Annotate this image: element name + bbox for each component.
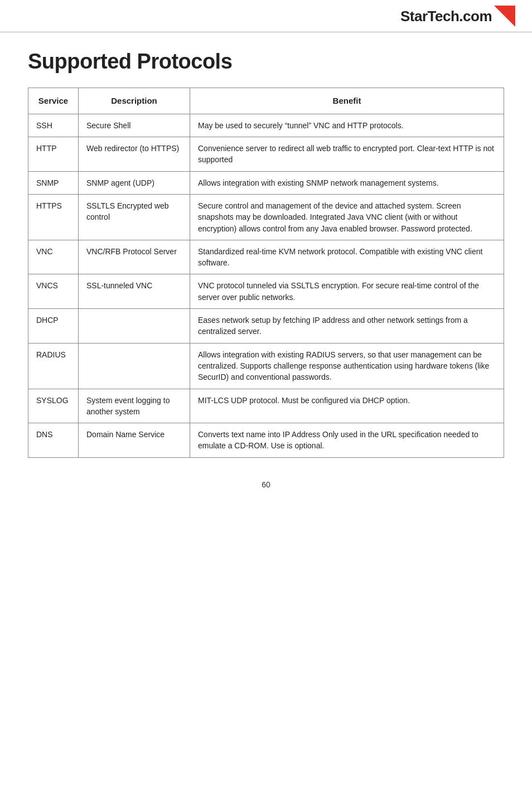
table-row: SSHSecure ShellMay be used to securely “… [28, 114, 504, 137]
cell-description: SNMP agent (UDP) [79, 171, 190, 194]
logo: StarTech.com [400, 6, 515, 27]
cell-description [79, 343, 190, 389]
cell-description: SSLTLS Encrypted web control [79, 194, 190, 240]
cell-benefit: MIT-LCS UDP protocol. Must be configured… [190, 389, 504, 423]
table-row: HTTPWeb redirector (to HTTPS)Convenience… [28, 137, 504, 172]
cell-service: HTTPS [28, 194, 79, 240]
cell-description [79, 309, 190, 344]
table-row: SYSLOGSystem event logging to another sy… [28, 389, 504, 423]
page-title: Supported Protocols [28, 50, 504, 74]
cell-service: SNMP [28, 171, 79, 194]
cell-service: DNS [28, 423, 79, 458]
cell-service: DHCP [28, 309, 79, 344]
cell-benefit: Converts text name into IP Address Only … [190, 423, 504, 458]
logo-text: StarTech.com [400, 8, 492, 25]
table-row: DHCPEases network setup by fetching IP a… [28, 309, 504, 344]
cell-benefit: May be used to securely “tunnel” VNC and… [190, 114, 504, 137]
table-row: HTTPSSSLTLS Encrypted web controlSecure … [28, 194, 504, 240]
table-row: SNMPSNMP agent (UDP)Allows integration w… [28, 171, 504, 194]
cell-benefit: Standardized real-time KVM network proto… [190, 240, 504, 274]
cell-service: RADIUS [28, 343, 79, 389]
cell-service: HTTP [28, 137, 79, 172]
table-row: VNCVNC/RFB Protocol ServerStandardized r… [28, 240, 504, 274]
table-header-row: Service Description Benefit [28, 88, 504, 114]
col-header-benefit: Benefit [190, 88, 504, 114]
cell-benefit: Secure control and management of the dev… [190, 194, 504, 240]
table-row: RADIUSAllows integration with existing R… [28, 343, 504, 389]
cell-description: Domain Name Service [79, 423, 190, 458]
cell-benefit: VNC protocol tunneled via SSLTLS encrypt… [190, 274, 504, 309]
cell-benefit: Allows integration with existing RADIUS … [190, 343, 504, 389]
cell-description: System event logging to another system [79, 389, 190, 423]
page-header: StarTech.com [0, 0, 532, 33]
logo-icon [494, 6, 515, 27]
cell-description: Web redirector (to HTTPS) [79, 137, 190, 172]
cell-service: VNC [28, 240, 79, 274]
page-footer: 60 [28, 480, 504, 489]
cell-service: VNCS [28, 274, 79, 309]
page-content: Supported Protocols Service Description … [0, 33, 532, 517]
cell-service: SSH [28, 114, 79, 137]
cell-benefit: Allows integration with existing SNMP ne… [190, 171, 504, 194]
cell-description: SSL-tunneled VNC [79, 274, 190, 309]
page-number: 60 [262, 480, 270, 489]
cell-benefit: Eases network setup by fetching IP addre… [190, 309, 504, 344]
table-row: DNSDomain Name ServiceConverts text name… [28, 423, 504, 458]
table-row: VNCSSSL-tunneled VNCVNC protocol tunnele… [28, 274, 504, 309]
col-header-service: Service [28, 88, 79, 114]
cell-description: VNC/RFB Protocol Server [79, 240, 190, 274]
cell-service: SYSLOG [28, 389, 79, 423]
cell-benefit: Convenience server to redirect all web t… [190, 137, 504, 172]
svg-marker-0 [494, 6, 515, 27]
col-header-description: Description [79, 88, 190, 114]
protocols-table: Service Description Benefit SSHSecure Sh… [28, 88, 504, 458]
cell-description: Secure Shell [79, 114, 190, 137]
